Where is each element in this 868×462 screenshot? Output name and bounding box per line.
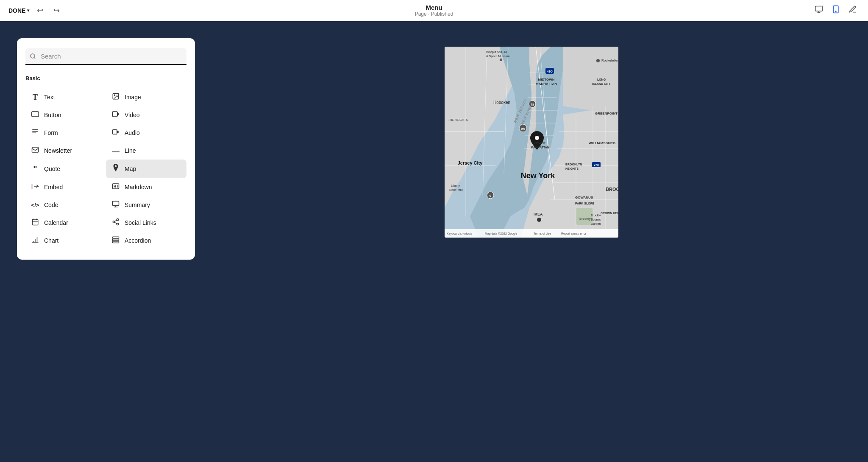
search-wrapper xyxy=(25,48,186,65)
draw-button[interactable] xyxy=(846,3,860,17)
item-image[interactable]: Image xyxy=(106,88,186,106)
svg-point-33 xyxy=(117,219,119,221)
svg-text:LOWER: LOWER xyxy=(534,142,545,145)
svg-text:& Space Museum: & Space Museum xyxy=(486,55,509,58)
svg-rect-29 xyxy=(32,219,38,225)
item-form-label: Form xyxy=(44,129,58,136)
main-area: Basic T Text Image Button xyxy=(0,21,868,462)
item-audio[interactable]: Audio xyxy=(106,124,186,142)
svg-text:9A: 9A xyxy=(521,127,525,131)
svg-text:Terms of Use: Terms of Use xyxy=(534,232,551,235)
item-chart[interactable]: Chart xyxy=(25,232,106,249)
accordion-icon xyxy=(111,236,120,245)
svg-text:9: 9 xyxy=(490,194,492,198)
topbar: DONE ▾ ↩ ↪ Menu Page · Published xyxy=(0,0,868,21)
item-quote-label: Quote xyxy=(44,165,60,172)
item-social-links-label: Social Links xyxy=(125,219,156,226)
svg-point-95 xyxy=(596,59,600,62)
button-icon xyxy=(31,111,40,119)
svg-text:Map data ©2022 Google: Map data ©2022 Google xyxy=(485,232,517,235)
desktop-view-button[interactable] xyxy=(812,3,826,17)
video-icon xyxy=(111,110,120,120)
svg-point-35 xyxy=(117,223,119,225)
svg-point-8 xyxy=(114,95,115,95)
item-chart-label: Chart xyxy=(44,237,58,244)
map-svg: Brooklyn xyxy=(445,47,618,238)
item-audio-label: Audio xyxy=(125,129,140,136)
item-form[interactable]: Form xyxy=(25,124,106,142)
item-button-label: Button xyxy=(44,112,61,118)
svg-point-86 xyxy=(535,136,539,140)
svg-text:WILLIAMSBURG: WILLIAMSBURG xyxy=(589,141,615,145)
svg-text:ISLAND CITY: ISLAND CITY xyxy=(592,82,611,85)
item-calendar[interactable]: Calendar xyxy=(25,214,106,232)
svg-rect-98 xyxy=(500,59,502,61)
newsletter-icon xyxy=(31,146,40,155)
chart-icon xyxy=(31,236,40,245)
item-newsletter[interactable]: Newsletter xyxy=(25,142,106,160)
search-icon xyxy=(30,53,36,61)
item-line[interactable]: Line xyxy=(106,142,186,160)
svg-rect-26 xyxy=(113,201,119,206)
svg-text:278: 278 xyxy=(594,163,599,166)
undo-button[interactable]: ↩ xyxy=(34,4,46,17)
svg-text:BROOKLYN: BROOKLYN xyxy=(565,163,582,166)
svg-text:Hoboken: Hoboken xyxy=(493,100,510,105)
done-button[interactable]: DONE ▾ xyxy=(8,7,29,14)
svg-text:MANHATTAN: MANHATTAN xyxy=(531,146,549,149)
svg-text:Intrepid Sea, Air: Intrepid Sea, Air xyxy=(486,50,507,54)
svg-marker-16 xyxy=(117,131,119,133)
item-video[interactable]: Video xyxy=(106,106,186,124)
svg-text:GREENPOINT: GREENPOINT xyxy=(595,112,618,115)
item-map[interactable]: Map xyxy=(106,160,186,178)
item-text[interactable]: T Text xyxy=(25,88,106,106)
svg-text:MIDTOWN: MIDTOWN xyxy=(538,78,555,81)
svg-text:GOWANUS: GOWANUS xyxy=(575,196,593,199)
text-icon: T xyxy=(31,93,40,102)
item-markdown[interactable]: Markdown xyxy=(106,178,186,196)
embed-icon xyxy=(31,182,40,192)
map-icon xyxy=(111,164,120,174)
redo-button[interactable]: ↪ xyxy=(51,4,62,17)
svg-text:State Park: State Park xyxy=(449,188,463,191)
map-preview: Brooklyn xyxy=(445,47,618,238)
svg-text:Report a map error: Report a map error xyxy=(561,232,587,235)
svg-line-6 xyxy=(34,57,35,59)
svg-text:BROOKLYN: BROOKLYN xyxy=(606,187,618,192)
svg-rect-44 xyxy=(113,241,119,243)
svg-point-110 xyxy=(537,218,541,222)
topbar-right xyxy=(812,3,860,17)
svg-rect-10 xyxy=(113,112,117,117)
mobile-view-button[interactable] xyxy=(829,3,843,17)
svg-text:PARK SLOPE: PARK SLOPE xyxy=(575,202,594,205)
svg-text:HEIGHTS: HEIGHTS xyxy=(565,167,579,170)
svg-text:Brooklyn: Brooklyn xyxy=(591,214,602,217)
done-label: DONE xyxy=(8,7,25,14)
item-social-links[interactable]: Social Links xyxy=(106,214,186,232)
line-icon xyxy=(111,147,120,154)
svg-text:Botanic: Botanic xyxy=(591,218,601,221)
item-embed[interactable]: Embed xyxy=(25,178,106,196)
audio-icon xyxy=(111,128,120,137)
svg-text:Jersey City: Jersey City xyxy=(458,160,483,165)
calendar-icon xyxy=(31,218,40,227)
svg-line-36 xyxy=(114,222,117,224)
svg-rect-9 xyxy=(32,112,39,117)
item-code[interactable]: </> Code xyxy=(25,196,106,214)
canvas-area: Brooklyn xyxy=(195,38,868,445)
svg-rect-17 xyxy=(32,147,39,152)
item-button[interactable]: Button xyxy=(25,106,106,124)
quote-icon: " xyxy=(31,164,40,174)
topbar-center: Menu Page · Published xyxy=(415,4,453,17)
item-summary[interactable]: Summary xyxy=(106,196,186,214)
item-accordion[interactable]: Accordion xyxy=(106,232,186,249)
svg-rect-43 xyxy=(113,239,119,241)
markdown-icon xyxy=(111,182,120,192)
svg-text:Keyboard shortcuts: Keyboard shortcuts xyxy=(447,232,473,235)
social-links-icon xyxy=(111,218,120,227)
item-quote[interactable]: " Quote xyxy=(25,160,106,178)
svg-text:Rockefeller Center: Rockefeller Center xyxy=(601,59,618,62)
chevron-down-icon: ▾ xyxy=(27,8,29,13)
search-input[interactable] xyxy=(25,48,186,65)
item-embed-label: Embed xyxy=(44,184,63,190)
